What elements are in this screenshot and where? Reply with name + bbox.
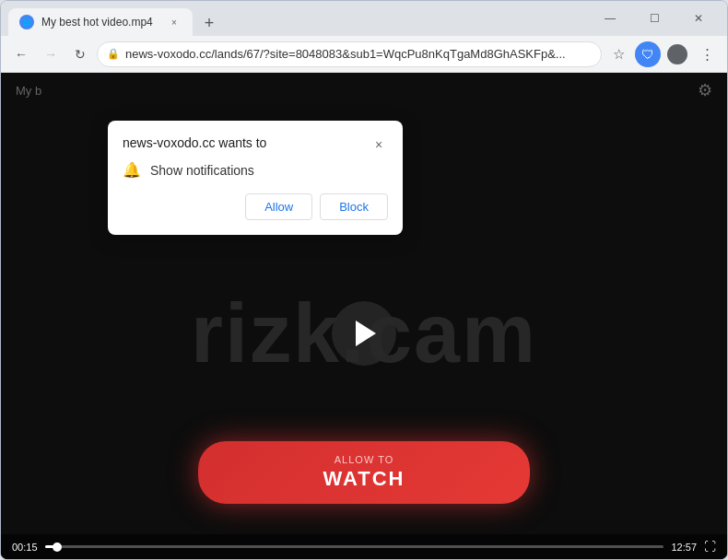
forward-button[interactable]: → <box>38 41 64 67</box>
refresh-button[interactable]: ↻ <box>67 41 93 67</box>
video-top-bar: My b ⚙ <box>1 73 727 108</box>
navigation-bar: ← → ↻ 🔒 news-voxodo.cc/lands/67/?site=80… <box>1 36 727 73</box>
allow-watch-button[interactable]: ALLOW TO WATCH <box>198 441 530 504</box>
block-button[interactable]: Block <box>320 193 388 220</box>
allow-watch-label: ALLOW TO <box>253 454 475 465</box>
url-text: news-voxodo.cc/lands/67/?site=8048083&su… <box>125 47 592 61</box>
dialog-body: 🔔 Show notifications Allow Block <box>108 161 403 235</box>
tab-favicon: 🌐 <box>19 15 34 29</box>
dialog-title: news-voxodo.cc wants to <box>123 135 266 150</box>
maximize-button[interactable]: ☐ <box>633 4 675 33</box>
video-controls: 00:15 12:57 ⛶ <box>1 534 727 559</box>
extension-button[interactable]: 🛡 <box>635 41 661 67</box>
active-tab[interactable]: 🌐 My best hot video.mp4 × <box>8 8 193 36</box>
dialog-actions: Allow Block <box>123 193 388 220</box>
tab-close-button[interactable]: × <box>167 15 182 29</box>
window-controls: — ☐ ✕ <box>589 4 720 33</box>
browser-window: 🌐 My best hot video.mp4 × + — ☐ ✕ ← → ↻ … <box>0 0 728 560</box>
play-icon <box>356 321 376 346</box>
allow-button[interactable]: Allow <box>245 193 312 220</box>
menu-button[interactable]: ⋮ <box>694 41 720 67</box>
notification-label: Show notifications <box>150 163 254 178</box>
tab-bar: 🌐 My best hot video.mp4 × + <box>8 1 589 36</box>
tab-title: My best hot video.mp4 <box>41 16 159 29</box>
bell-icon: 🔔 <box>123 161 141 179</box>
progress-bar[interactable] <box>45 545 664 548</box>
profile-avatar <box>667 44 687 64</box>
minimize-button[interactable]: — <box>589 4 631 33</box>
current-time: 00:15 <box>12 542 38 553</box>
title-bar: 🌐 My best hot video.mp4 × + — ☐ ✕ <box>1 1 727 36</box>
close-button[interactable]: ✕ <box>677 4 720 33</box>
video-top-title: My b <box>16 84 41 98</box>
total-time: 12:57 <box>671 542 697 553</box>
lock-icon: 🔒 <box>107 48 120 60</box>
notification-row: 🔔 Show notifications <box>123 161 388 179</box>
dialog-close-button[interactable]: × <box>370 135 388 154</box>
back-button[interactable]: ← <box>8 41 34 67</box>
new-tab-button[interactable]: + <box>196 10 222 36</box>
content-area: My b ⚙ rizk.cam ALLOW TO WATCH 00:15 <box>1 73 727 559</box>
allow-watch-main: WATCH <box>253 467 475 491</box>
dialog-header: news-voxodo.cc wants to × <box>108 121 403 161</box>
bookmark-button[interactable]: ☆ <box>605 41 631 67</box>
video-settings-icon[interactable]: ⚙ <box>698 80 712 100</box>
play-button[interactable] <box>332 301 396 366</box>
fullscreen-button[interactable]: ⛶ <box>704 540 716 554</box>
permission-dialog: news-voxodo.cc wants to × 🔔 Show notific… <box>108 121 403 235</box>
profile-button[interactable] <box>664 41 690 67</box>
address-bar[interactable]: 🔒 news-voxodo.cc/lands/67/?site=8048083&… <box>97 41 602 67</box>
progress-dot <box>53 542 62 552</box>
